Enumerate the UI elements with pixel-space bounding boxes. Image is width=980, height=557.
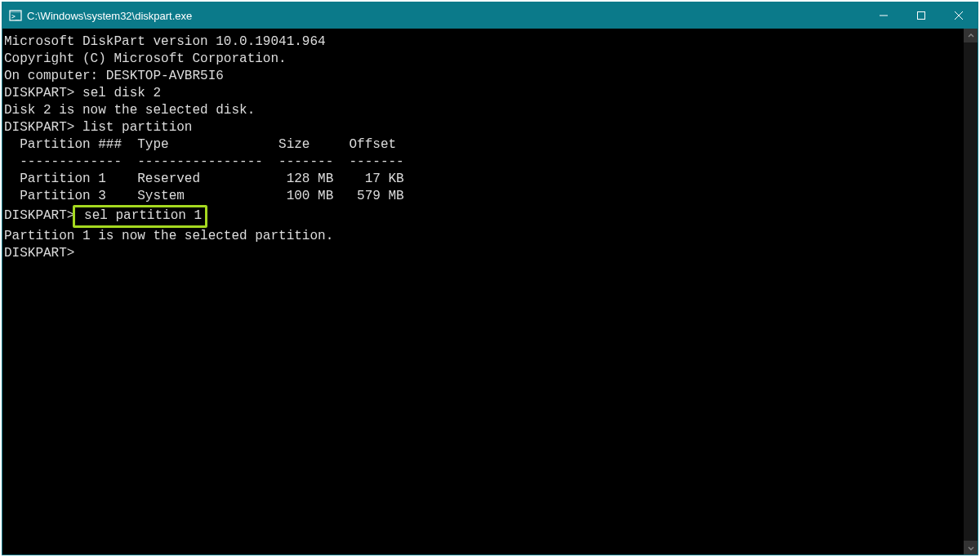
highlight-annotation: sel partition 1 <box>73 205 207 228</box>
version-line: Microsoft DiskPart version 10.0.19041.96… <box>4 33 964 51</box>
terminal-output[interactable]: Microsoft DiskPart version 10.0.19041.96… <box>2 29 964 555</box>
table-divider: ------------- ---------------- ------- -… <box>4 154 964 171</box>
cmd-sel-disk: sel disk 2 <box>74 86 161 100</box>
minimize-button[interactable] <box>865 2 902 29</box>
window-controls <box>865 2 978 29</box>
cmd-line: DISKPART> sel disk 2 <box>4 85 964 102</box>
table-header: Partition ### Type Size Offset <box>4 136 964 154</box>
window-title: C:\Windows\system32\diskpart.exe <box>27 10 865 22</box>
svg-rect-4 <box>918 12 925 20</box>
copyright-line: Copyright (C) Microsoft Corporation. <box>4 51 964 68</box>
computer-line: On computer: DESKTOP-AVBR5I6 <box>4 68 964 85</box>
scroll-up-button[interactable] <box>964 29 978 42</box>
content-area: Microsoft DiskPart version 10.0.19041.96… <box>2 29 978 555</box>
console-window: >_ C:\Windows\system32\diskpart.exe Micr… <box>2 2 978 555</box>
prompt-text: DISKPART> <box>4 86 74 100</box>
scroll-track[interactable] <box>964 42 978 541</box>
cmd-line: DISKPART> list partition <box>4 119 964 136</box>
scroll-down-button[interactable] <box>964 541 978 555</box>
table-row: Partition 1 Reserved 128 MB 17 KB <box>4 171 964 188</box>
app-icon: >_ <box>9 9 22 22</box>
response-line: Partition 1 is now the selected partitio… <box>4 228 964 245</box>
table-row: Partition 3 System 100 MB 579 MB <box>4 188 964 205</box>
cmd-list-partition: list partition <box>74 120 192 135</box>
maximize-button[interactable] <box>902 2 940 29</box>
cmd-sel-partition: sel partition 1 <box>76 208 202 223</box>
titlebar[interactable]: >_ C:\Windows\system32\diskpart.exe <box>2 2 978 29</box>
svg-text:>_: >_ <box>11 13 20 20</box>
prompt-text: DISKPART> <box>4 120 74 135</box>
vertical-scrollbar[interactable] <box>964 29 978 555</box>
prompt-text: DISKPART> <box>4 208 74 223</box>
close-button[interactable] <box>940 2 978 29</box>
cmd-line-highlighted: DISKPART> sel partition 1 <box>4 205 964 228</box>
response-line: Disk 2 is now the selected disk. <box>4 102 964 119</box>
prompt-line: DISKPART> <box>4 245 964 262</box>
